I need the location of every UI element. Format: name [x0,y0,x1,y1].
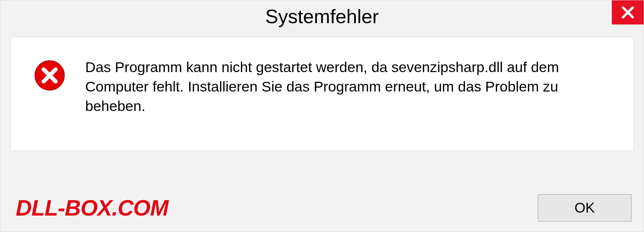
dialog-title: Systemfehler [265,5,379,27]
error-message: Das Programm kann nicht gestartet werden… [85,57,610,116]
watermark-text: DLL-BOX.COM [16,195,168,221]
error-icon [34,60,65,91]
footer: DLL-BOX.COM OK [0,194,644,222]
close-icon [621,6,635,19]
ok-button[interactable]: OK [538,194,632,222]
titlebar: Systemfehler [0,0,644,32]
error-dialog: Systemfehler Das Programm kann nicht ges… [0,0,644,232]
close-button[interactable] [612,0,644,24]
content-panel: Das Programm kann nicht gestartet werden… [10,37,634,151]
